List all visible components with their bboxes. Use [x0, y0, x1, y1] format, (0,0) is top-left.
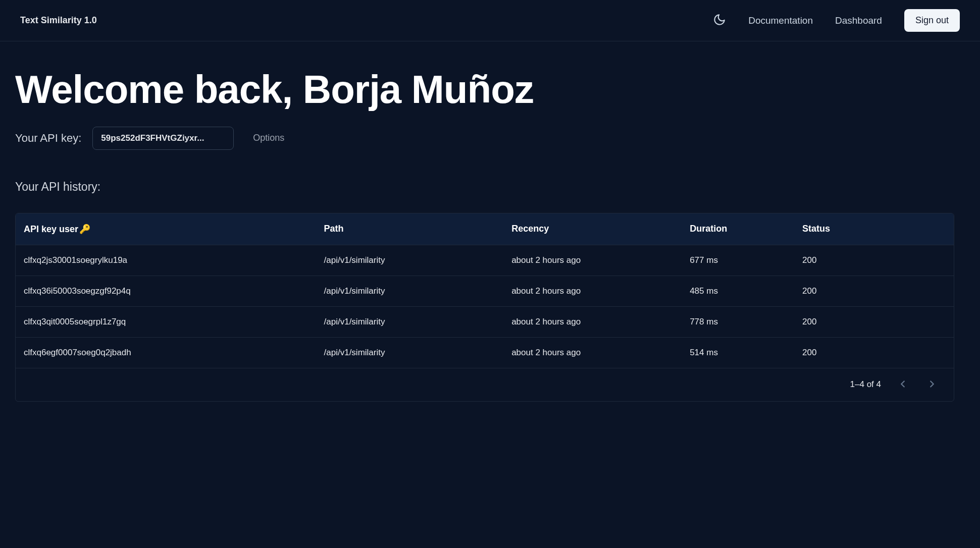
prev-page-button[interactable] [895, 376, 910, 393]
theme-toggle[interactable] [713, 13, 726, 28]
cell-user: clfxq36i50003soegzgf92p4q [16, 276, 316, 306]
col-header-status[interactable]: Status [794, 213, 954, 245]
cell-path: /api/v1/similarity [316, 276, 504, 306]
pagination-range: 1–4 of 4 [850, 379, 881, 390]
api-history-table: API key user🔑 Path Recency Duration Stat… [15, 213, 954, 402]
cell-status: 200 [794, 276, 954, 306]
cell-recency: about 2 hours ago [503, 306, 682, 337]
cell-user: clfxq3qit0005soegrpl1z7gq [16, 306, 316, 337]
cell-status: 200 [794, 337, 954, 368]
brand-title[interactable]: Text Similarity 1.0 [20, 15, 97, 26]
chevron-left-icon [897, 378, 908, 391]
cell-path: /api/v1/similarity [316, 245, 504, 276]
col-header-recency[interactable]: Recency [503, 213, 682, 245]
cell-duration: 485 ms [682, 276, 794, 306]
cell-user: clfxq2js30001soegrylku19a [16, 245, 316, 276]
signout-button[interactable]: Sign out [904, 9, 960, 32]
cell-path: /api/v1/similarity [316, 337, 504, 368]
table-footer: 1–4 of 4 [16, 368, 954, 401]
col-header-user-label: API key user [24, 224, 78, 234]
api-key-row: Your API key: Options [15, 127, 954, 150]
nav-link-dashboard[interactable]: Dashboard [835, 15, 882, 26]
key-icon: 🔑 [79, 224, 90, 234]
cell-duration: 514 ms [682, 337, 794, 368]
table-row[interactable]: clfxq6egf0007soeg0q2jbadh/api/v1/similar… [16, 337, 954, 368]
options-button[interactable]: Options [245, 128, 292, 148]
cell-duration: 778 ms [682, 306, 794, 337]
cell-duration: 677 ms [682, 245, 794, 276]
cell-status: 200 [794, 245, 954, 276]
cell-recency: about 2 hours ago [503, 276, 682, 306]
cell-recency: about 2 hours ago [503, 337, 682, 368]
moon-icon [713, 13, 726, 28]
api-key-label: Your API key: [15, 132, 81, 145]
table-row[interactable]: clfxq3qit0005soegrpl1z7gq/api/v1/similar… [16, 306, 954, 337]
nav-link-documentation[interactable]: Documentation [748, 15, 813, 26]
next-page-button[interactable] [924, 376, 940, 393]
col-header-path[interactable]: Path [316, 213, 504, 245]
navbar: Text Similarity 1.0 Documentation Dashbo… [0, 0, 980, 41]
cell-user: clfxq6egf0007soeg0q2jbadh [16, 337, 316, 368]
welcome-heading: Welcome back, Borja Muñoz [15, 69, 954, 111]
chevron-right-icon [926, 378, 938, 391]
nav-right: Documentation Dashboard Sign out [713, 9, 960, 32]
cell-status: 200 [794, 306, 954, 337]
api-key-input[interactable] [92, 127, 234, 150]
col-header-duration[interactable]: Duration [682, 213, 794, 245]
cell-recency: about 2 hours ago [503, 245, 682, 276]
col-header-user[interactable]: API key user🔑 [16, 213, 316, 245]
table-header-row: API key user🔑 Path Recency Duration Stat… [16, 213, 954, 245]
cell-path: /api/v1/similarity [316, 306, 504, 337]
table-row[interactable]: clfxq36i50003soegzgf92p4q/api/v1/similar… [16, 276, 954, 306]
table-row[interactable]: clfxq2js30001soegrylku19a/api/v1/similar… [16, 245, 954, 276]
main-content: Welcome back, Borja Muñoz Your API key: … [0, 41, 969, 402]
history-label: Your API history: [15, 180, 954, 194]
